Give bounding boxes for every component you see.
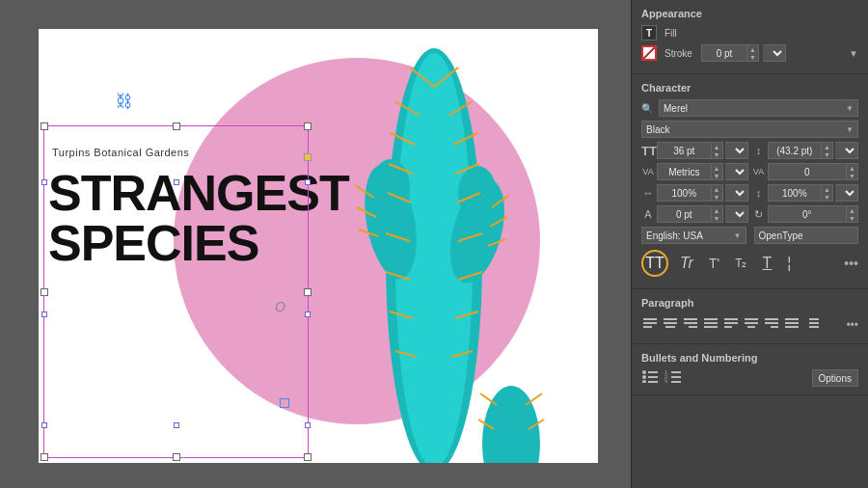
- baseline-spinbox[interactable]: 0 pt ▲ ▼: [657, 205, 723, 223]
- scale-v-up[interactable]: ▲: [822, 185, 832, 193]
- scale-v-group: ↕ 100% ▲ ▼ ▼: [752, 184, 859, 202]
- kerning-up[interactable]: ▲: [712, 164, 722, 172]
- tracking-arrows[interactable]: ▲ ▼: [846, 164, 857, 179]
- scale-h-arrows[interactable]: ▲ ▼: [711, 185, 722, 201]
- type-btn-t1[interactable]: T': [705, 254, 723, 273]
- text-handle-1[interactable]: [41, 179, 47, 185]
- justify-right-icon: [765, 318, 778, 330]
- rotation-up[interactable]: ▲: [847, 206, 857, 214]
- align-right-btn[interactable]: [682, 314, 699, 336]
- font-size-value: 36 pt: [658, 146, 711, 156]
- opentype-dropdown[interactable]: OpenType: [754, 227, 859, 244]
- scale-h-spinbox[interactable]: 100% ▲ ▼: [657, 184, 723, 202]
- stroke-arrows[interactable]: ▲ ▼: [746, 45, 758, 61]
- scale-h-down[interactable]: ▼: [712, 193, 722, 201]
- font-dropdown-arrow: ▼: [846, 104, 854, 113]
- justify-left-btn[interactable]: [722, 314, 740, 336]
- svg-rect-69: [671, 371, 681, 373]
- rotation-spinbox[interactable]: 0° ▲ ▼: [768, 205, 859, 223]
- kerning-spinbox[interactable]: Metrics ▲ ▼: [657, 163, 723, 180]
- leading-down[interactable]: ▼: [822, 150, 832, 158]
- font-weight-dropdown[interactable]: Black ▼: [641, 121, 858, 138]
- text-handle-6[interactable]: [41, 422, 47, 428]
- stroke-up-arrow[interactable]: ▲: [747, 45, 758, 53]
- baseline-arrows[interactable]: ▲ ▼: [711, 206, 722, 222]
- kerning-unit[interactable]: ▼: [725, 163, 748, 180]
- text-cursor: O: [275, 299, 285, 314]
- svg-rect-51: [745, 322, 758, 324]
- svg-rect-59: [809, 318, 819, 320]
- link-icon: ⛓: [116, 92, 133, 112]
- font-weight-arrow: ▼: [846, 125, 854, 134]
- justify-all-btn[interactable]: [783, 314, 800, 336]
- handle-top-left[interactable]: [41, 122, 48, 130]
- appearance-section: Appearance T Fill Stroke 0 pt ▲ ▼ pt ▼: [632, 0, 868, 74]
- scale-v-arrows[interactable]: ▲ ▼: [821, 185, 832, 201]
- leading-up[interactable]: ▲: [822, 143, 832, 150]
- rotation-down[interactable]: ▼: [847, 214, 857, 222]
- scale-h-unit[interactable]: ▼: [725, 184, 748, 202]
- scale-v-spinbox[interactable]: 100% ▲ ▼: [768, 184, 834, 202]
- svg-rect-49: [724, 326, 732, 328]
- tracking-spinbox[interactable]: 0 ▲ ▼: [768, 163, 859, 180]
- rotation-arrows[interactable]: ▲ ▼: [846, 206, 857, 222]
- align-center-btn[interactable]: [662, 314, 679, 336]
- font-size-spinbox[interactable]: 36 pt ▲ ▼: [657, 142, 723, 159]
- handle-bottom-mid[interactable]: [173, 453, 180, 461]
- handle-mid-left[interactable]: [41, 288, 48, 296]
- stroke-row: Stroke 0 pt ▲ ▼ pt ▼: [641, 44, 858, 62]
- more-options-btn[interactable]: •••: [844, 256, 858, 271]
- handle-bottom-left[interactable]: [41, 453, 48, 461]
- kerning-down[interactable]: ▼: [712, 172, 722, 179]
- leading-spinbox[interactable]: (43.2 pt) ▲ ▼: [768, 142, 834, 159]
- font-search-dropdown[interactable]: Merel ▼: [659, 99, 858, 117]
- paragraph-more-btn[interactable]: •••: [846, 318, 858, 332]
- scale-v-down[interactable]: ▼: [822, 193, 832, 201]
- justify-btn[interactable]: [702, 314, 719, 336]
- leading-unit[interactable]: pt: [835, 142, 858, 159]
- tracking-down[interactable]: ▼: [847, 172, 857, 179]
- handle-top-mid[interactable]: [173, 122, 180, 130]
- font-size-unit[interactable]: pt: [725, 142, 748, 159]
- font-size-up[interactable]: ▲: [712, 143, 722, 150]
- leading-arrows[interactable]: ▲ ▼: [821, 143, 832, 158]
- language-value: English: USA: [646, 230, 703, 241]
- font-size-arrows[interactable]: ▲ ▼: [711, 143, 722, 158]
- svg-text:3.: 3.: [665, 379, 668, 383]
- type-btn-tt[interactable]: TT: [641, 250, 668, 277]
- tracking-up[interactable]: ▲: [847, 164, 857, 172]
- numbered-list-btn[interactable]: 1. 2. 3.: [665, 369, 682, 387]
- language-dropdown[interactable]: English: USA ▼: [641, 227, 746, 244]
- indent-icon: [805, 318, 819, 330]
- type-btn-t3[interactable]: T: [759, 253, 776, 274]
- baseline-down[interactable]: ▼: [712, 214, 722, 222]
- stroke-spinbox[interactable]: 0 pt ▲ ▼: [701, 44, 759, 62]
- type-btn-t2[interactable]: T₂: [731, 255, 750, 272]
- bullet-list-btn[interactable]: [641, 369, 659, 387]
- justify-right-btn[interactable]: [763, 314, 780, 336]
- scale-h-up[interactable]: ▲: [712, 185, 722, 193]
- text-handle-7[interactable]: [174, 422, 179, 428]
- text-handle-4[interactable]: [41, 312, 47, 317]
- type-btn-t4[interactable]: ¦: [783, 253, 795, 274]
- align-left-btn[interactable]: [641, 314, 659, 336]
- baseline-up[interactable]: ▲: [712, 206, 722, 214]
- svg-rect-46: [704, 326, 718, 328]
- type-btn-tr[interactable]: Tr: [676, 253, 697, 274]
- stroke-unit-select[interactable]: pt: [763, 44, 786, 62]
- scale-v-unit[interactable]: ▼: [835, 184, 858, 202]
- stroke-down-arrow[interactable]: ▼: [747, 53, 758, 61]
- svg-rect-47: [724, 318, 738, 320]
- baseline-unit[interactable]: pt: [725, 205, 748, 223]
- indent-btn[interactable]: [803, 314, 821, 336]
- leading-icon: ↕: [752, 145, 766, 156]
- bullets-options-btn[interactable]: Options: [812, 369, 858, 387]
- tracking-group: VA 0 ▲ ▼: [752, 163, 859, 180]
- scale-v-value: 100%: [769, 188, 822, 199]
- justify-all-icon: [785, 318, 799, 330]
- kerning-arrows[interactable]: ▲ ▼: [711, 164, 722, 179]
- font-size-down[interactable]: ▼: [712, 150, 722, 158]
- fill-row: T Fill: [641, 25, 858, 41]
- align-left-icon: [643, 318, 657, 330]
- justify-center-btn[interactable]: [743, 314, 760, 336]
